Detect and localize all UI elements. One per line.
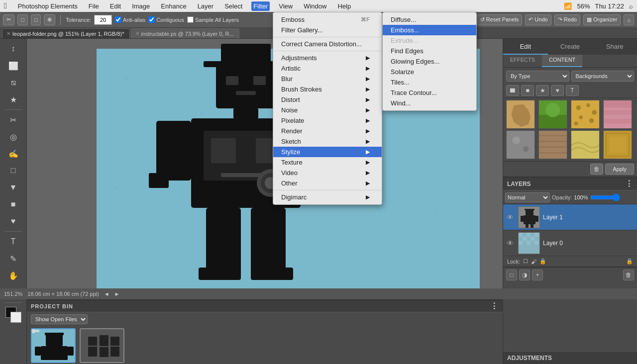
category-select[interactable]: Backgrounds: [571, 71, 635, 82]
menu-item-brush-strokes[interactable]: Brush Strokes ▶: [273, 84, 382, 94]
thumb-gray[interactable]: [506, 130, 535, 159]
tool-eraser[interactable]: □: [3, 163, 24, 179]
search-icon[interactable]: ⌕: [629, 2, 633, 10]
tab-instructable[interactable]: ✕ instructable.ps @ 73.9% (Layer 0, R...: [131, 28, 239, 38]
new-layer-btn[interactable]: +: [532, 270, 543, 280]
tab-close-icon[interactable]: ✕: [6, 31, 10, 36]
blend-mode-select[interactable]: Normal: [505, 192, 550, 202]
thumb-golden[interactable]: [603, 130, 632, 159]
menubar-item-image[interactable]: Image: [130, 1, 152, 11]
scroll-nav-icon[interactable]: ◄: [104, 291, 109, 297]
sub-tab-content[interactable]: CONTENT: [542, 55, 582, 67]
star-icon-btn[interactable]: ★: [536, 85, 549, 96]
layer-visibility-icon-0[interactable]: 👁: [505, 238, 515, 248]
thumb-yellow[interactable]: [571, 130, 600, 159]
menu-item-distort[interactable]: Distort ▶: [273, 94, 382, 105]
lock-position-icon[interactable]: 🔒: [539, 258, 546, 265]
menu-item-artistic[interactable]: Artistic ▶: [273, 63, 382, 74]
menu-item-other[interactable]: Other ▶: [273, 178, 382, 188]
lock-image-icon[interactable]: 🖌: [531, 259, 536, 265]
layer-row-1[interactable]: 👁 Layer 1: [503, 204, 637, 230]
organizer-btn[interactable]: ▦ Organizer: [583, 14, 621, 25]
background-color[interactable]: [10, 312, 21, 323]
menu-item-digimarc[interactable]: Digimarc ▶: [273, 192, 382, 202]
reset-panels-btn[interactable]: ↺ Reset Panels: [477, 14, 522, 25]
tool-hand[interactable]: ✋: [3, 268, 24, 283]
contiguous-checkbox[interactable]: Contiguous: [148, 16, 184, 23]
opacity-slider[interactable]: [590, 193, 620, 201]
menubar-item-edit[interactable]: Edit: [108, 1, 123, 11]
menu-item-blur[interactable]: Blur ▶: [273, 74, 382, 84]
tool-gradient[interactable]: ■: [3, 196, 24, 212]
delete-btn[interactable]: 🗑: [590, 164, 603, 175]
tolerance-input[interactable]: [94, 15, 112, 25]
panel-tab-edit[interactable]: Edit: [503, 39, 548, 55]
menu-item-texture[interactable]: Texture ▶: [273, 157, 382, 168]
filter-by-select[interactable]: By Type: [506, 71, 569, 82]
menu-item-video[interactable]: Video ▶: [273, 168, 382, 178]
heart-icon-btn[interactable]: ♥: [551, 85, 564, 96]
menubar-item-photoshop[interactable]: Photoshop Elements: [16, 1, 80, 11]
lock-transparency-icon[interactable]: ☐: [523, 258, 528, 265]
menu-item-render[interactable]: Render ▶: [273, 126, 382, 136]
panel-tab-create[interactable]: Create: [548, 39, 593, 55]
menubar-item-layer[interactable]: Layer: [196, 1, 216, 11]
color-swatch[interactable]: [5, 307, 21, 323]
thumb-pink[interactable]: [603, 100, 632, 129]
toolbar-icon-btn-1[interactable]: ✂: [3, 14, 14, 25]
delete-layer-btn[interactable]: 🗑: [623, 270, 634, 280]
menu-item-filter-gallery[interactable]: Filter Gallery...: [273, 25, 382, 35]
sub-tab-effects[interactable]: EFFECTS: [503, 55, 542, 67]
tab-leopard[interactable]: ✕ leopard-folder.png @ 151% (Layer 1, RG…: [2, 28, 130, 38]
tool-redeye[interactable]: ◎: [3, 129, 24, 145]
layer-visibility-icon-1[interactable]: 👁: [505, 212, 515, 222]
apple-logo-icon[interactable]: : [4, 1, 7, 10]
menubar-item-view[interactable]: View: [277, 1, 295, 11]
layers-options-icon[interactable]: ⋮: [625, 179, 633, 188]
sample-all-layers-checkbox[interactable]: Sample All Layers: [187, 16, 239, 23]
tool-brush[interactable]: ✍: [3, 146, 24, 162]
menubar-item-select[interactable]: Select: [222, 1, 244, 11]
menu-item-emboss[interactable]: Emboss ⌘F: [273, 14, 382, 25]
tool-move[interactable]: ↕: [3, 41, 24, 57]
menu-item-pixelate[interactable]: Pixelate ▶: [273, 115, 382, 126]
home-btn[interactable]: ⌂: [624, 14, 634, 25]
tool-lasso[interactable]: ⧅: [3, 75, 24, 91]
scroll-nav-right-icon[interactable]: ►: [114, 291, 120, 297]
toolbar-icon-btn-4[interactable]: ⊕: [44, 14, 55, 25]
menu-item-adjustments[interactable]: Adjustments ▶: [273, 53, 382, 63]
toolbar-icon-btn-2[interactable]: □: [17, 14, 28, 25]
menu-item-stylize[interactable]: Stylize ▶: [273, 147, 382, 157]
thumb-green[interactable]: [538, 100, 567, 129]
redo-btn[interactable]: ↷ Redo: [554, 14, 580, 25]
menubar-item-enhance[interactable]: Enhance: [159, 1, 188, 11]
create-group-btn[interactable]: □: [506, 270, 517, 280]
menu-item-noise[interactable]: Noise ▶: [273, 105, 382, 115]
layer-row-0[interactable]: 👁: [503, 230, 637, 256]
project-bin-options-icon[interactable]: ⋮: [490, 301, 499, 311]
tab-close-icon-2[interactable]: ✕: [135, 31, 139, 36]
bin-item-leopard[interactable]: [31, 328, 76, 363]
bin-item-instructable[interactable]: [80, 328, 124, 363]
tool-paint-bucket[interactable]: ▼: [3, 180, 24, 195]
menubar-item-help[interactable]: Help: [335, 1, 353, 11]
thumb-leopard[interactable]: [571, 100, 600, 129]
menubar-item-filter[interactable]: Filter: [251, 1, 270, 11]
lock-all-icon[interactable]: 🔒: [626, 258, 633, 265]
menubar-item-file[interactable]: File: [87, 1, 101, 11]
tool-custom-shape[interactable]: ♥: [3, 213, 24, 229]
apply-btn[interactable]: Apply: [605, 164, 634, 175]
menu-item-correct-camera[interactable]: Correct Camera Distortion...: [273, 39, 382, 49]
menubar-item-window[interactable]: Window: [302, 1, 328, 11]
anti-alias-checkbox[interactable]: Anti-alias: [115, 16, 145, 23]
show-open-files-select[interactable]: Show Open Files: [31, 314, 88, 324]
tool-crop[interactable]: ✂: [3, 112, 24, 128]
tool-magic-wand[interactable]: ★: [3, 91, 24, 107]
tool-type[interactable]: T: [3, 234, 24, 250]
toolbar-icon-btn-3[interactable]: □: [31, 14, 41, 25]
panel-tab-share[interactable]: Share: [592, 39, 637, 55]
menu-item-sketch[interactable]: Sketch ▶: [273, 136, 382, 147]
create-adjustment-btn[interactable]: ◑: [519, 270, 530, 280]
text-icon-btn[interactable]: T: [566, 85, 579, 96]
tool-marquee[interactable]: ⬜: [3, 58, 24, 74]
